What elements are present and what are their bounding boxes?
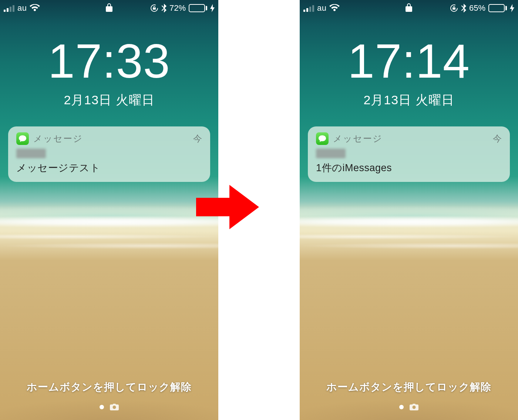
page-dot-icon (399, 405, 404, 409)
status-bar: au 72% (0, 0, 218, 15)
lock-icon (406, 3, 412, 12)
camera-icon[interactable] (110, 404, 119, 410)
lock-icon (106, 3, 112, 12)
cell-signal-icon (303, 4, 314, 12)
status-bar: au 65% (300, 0, 518, 15)
lockscreen-left: au 72% 17:33 2月13日 火曜日 (0, 0, 218, 420)
charging-icon (510, 4, 514, 12)
battery-pct: 72% (169, 3, 186, 13)
svg-marker-1 (196, 185, 259, 229)
camera-icon[interactable] (410, 404, 418, 410)
battery-pct: 65% (469, 3, 485, 13)
wifi-icon (30, 4, 40, 12)
carrier-label: au (17, 3, 27, 13)
page-dots (0, 404, 218, 410)
battery-icon (189, 4, 207, 12)
red-arrow-icon (196, 185, 259, 229)
battery-icon (488, 4, 507, 12)
orientation-lock-icon (450, 4, 458, 12)
bluetooth-icon (461, 4, 466, 13)
unlock-hint: ホームボタンを押してロック解除 (300, 380, 518, 394)
clock-block: 17:14 2月13日 火曜日 (300, 37, 518, 109)
carrier-label: au (317, 3, 326, 13)
notification-sender-redacted (316, 149, 346, 158)
page-dots (300, 404, 518, 410)
messages-app-icon (16, 132, 29, 145)
time-label: 17:14 (300, 37, 518, 85)
notification-card[interactable]: メッセージ 今 1件のiMessages (308, 126, 510, 182)
date-label: 2月13日 火曜日 (0, 92, 218, 109)
cell-signal-icon (4, 4, 14, 12)
clock-block: 17:33 2月13日 火曜日 (0, 37, 218, 109)
notification-body: 1件のiMessages (316, 161, 502, 175)
page-dot-icon (100, 405, 104, 409)
charging-icon (210, 4, 215, 12)
orientation-lock-icon (150, 4, 158, 12)
notification-time: 今 (493, 133, 502, 145)
notification-app-name: メッセージ (33, 133, 83, 145)
time-label: 17:33 (0, 37, 218, 85)
notification-body: メッセージテスト (16, 161, 202, 175)
notification-time: 今 (193, 133, 202, 145)
notification-sender-redacted (16, 149, 46, 158)
wifi-icon (329, 4, 340, 12)
unlock-hint: ホームボタンを押してロック解除 (0, 380, 218, 394)
notification-app-name: メッセージ (333, 133, 383, 145)
date-label: 2月13日 火曜日 (300, 92, 518, 109)
messages-app-icon (316, 132, 329, 145)
notification-card[interactable]: メッセージ 今 メッセージテスト (8, 126, 210, 182)
lockscreen-right: au 65% 17:14 2月13日 火曜日 (300, 0, 518, 420)
bluetooth-icon (161, 4, 166, 13)
